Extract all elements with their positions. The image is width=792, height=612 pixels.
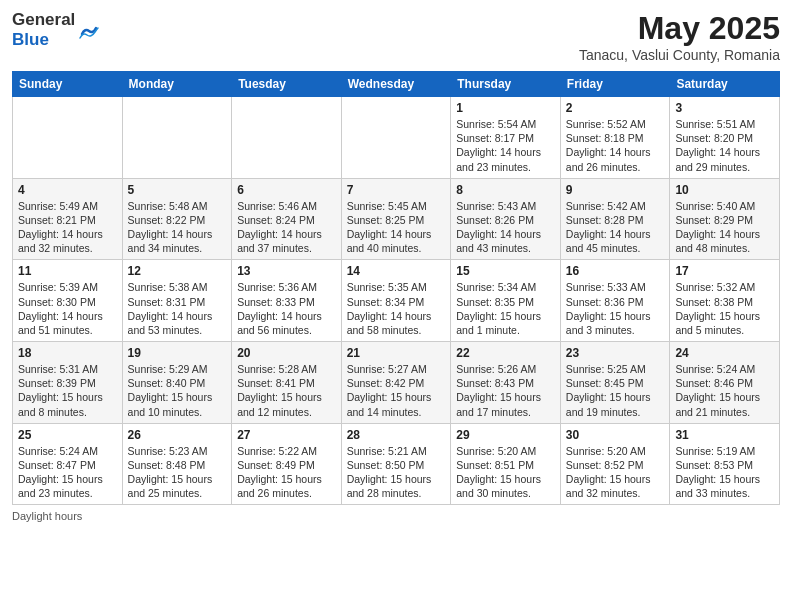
- calendar-week-row: 18Sunrise: 5:31 AMSunset: 8:39 PMDayligh…: [13, 342, 780, 424]
- calendar-cell: 10Sunrise: 5:40 AMSunset: 8:29 PMDayligh…: [670, 178, 780, 260]
- day-number: 31: [675, 428, 774, 442]
- day-number: 23: [566, 346, 665, 360]
- calendar-header-tuesday: Tuesday: [232, 72, 342, 97]
- day-number: 21: [347, 346, 446, 360]
- day-info: Sunrise: 5:25 AMSunset: 8:45 PMDaylight:…: [566, 362, 665, 419]
- day-number: 5: [128, 183, 227, 197]
- calendar-cell: [232, 97, 342, 179]
- calendar-cell: 14Sunrise: 5:35 AMSunset: 8:34 PMDayligh…: [341, 260, 451, 342]
- calendar-header-sunday: Sunday: [13, 72, 123, 97]
- calendar-cell: 26Sunrise: 5:23 AMSunset: 8:48 PMDayligh…: [122, 423, 232, 505]
- day-info: Sunrise: 5:24 AMSunset: 8:46 PMDaylight:…: [675, 362, 774, 419]
- calendar-header-row: SundayMondayTuesdayWednesdayThursdayFrid…: [13, 72, 780, 97]
- day-info: Sunrise: 5:28 AMSunset: 8:41 PMDaylight:…: [237, 362, 336, 419]
- day-info: Sunrise: 5:49 AMSunset: 8:21 PMDaylight:…: [18, 199, 117, 256]
- day-info: Sunrise: 5:22 AMSunset: 8:49 PMDaylight:…: [237, 444, 336, 501]
- calendar-cell: 20Sunrise: 5:28 AMSunset: 8:41 PMDayligh…: [232, 342, 342, 424]
- day-number: 8: [456, 183, 555, 197]
- day-info: Sunrise: 5:29 AMSunset: 8:40 PMDaylight:…: [128, 362, 227, 419]
- day-number: 24: [675, 346, 774, 360]
- calendar-cell: 25Sunrise: 5:24 AMSunset: 8:47 PMDayligh…: [13, 423, 123, 505]
- calendar-cell: 4Sunrise: 5:49 AMSunset: 8:21 PMDaylight…: [13, 178, 123, 260]
- calendar-cell: 7Sunrise: 5:45 AMSunset: 8:25 PMDaylight…: [341, 178, 451, 260]
- day-number: 14: [347, 264, 446, 278]
- calendar-cell: 5Sunrise: 5:48 AMSunset: 8:22 PMDaylight…: [122, 178, 232, 260]
- calendar-week-row: 11Sunrise: 5:39 AMSunset: 8:30 PMDayligh…: [13, 260, 780, 342]
- calendar-cell: 13Sunrise: 5:36 AMSunset: 8:33 PMDayligh…: [232, 260, 342, 342]
- header: General Blue May 2025 Tanacu, Vaslui Cou…: [12, 10, 780, 63]
- day-info: Sunrise: 5:33 AMSunset: 8:36 PMDaylight:…: [566, 280, 665, 337]
- calendar-cell: 27Sunrise: 5:22 AMSunset: 8:49 PMDayligh…: [232, 423, 342, 505]
- calendar-week-row: 1Sunrise: 5:54 AMSunset: 8:17 PMDaylight…: [13, 97, 780, 179]
- calendar-cell: 16Sunrise: 5:33 AMSunset: 8:36 PMDayligh…: [560, 260, 670, 342]
- calendar-header-saturday: Saturday: [670, 72, 780, 97]
- day-number: 11: [18, 264, 117, 278]
- day-number: 15: [456, 264, 555, 278]
- day-number: 7: [347, 183, 446, 197]
- daylight-label: Daylight hours: [12, 510, 82, 522]
- calendar-cell: 9Sunrise: 5:42 AMSunset: 8:28 PMDaylight…: [560, 178, 670, 260]
- month-title: May 2025: [579, 10, 780, 47]
- logo-blue-text: Blue: [12, 30, 75, 50]
- day-info: Sunrise: 5:48 AMSunset: 8:22 PMDaylight:…: [128, 199, 227, 256]
- calendar-cell: 31Sunrise: 5:19 AMSunset: 8:53 PMDayligh…: [670, 423, 780, 505]
- calendar-table: SundayMondayTuesdayWednesdayThursdayFrid…: [12, 71, 780, 505]
- day-number: 30: [566, 428, 665, 442]
- day-number: 12: [128, 264, 227, 278]
- day-number: 20: [237, 346, 336, 360]
- day-info: Sunrise: 5:54 AMSunset: 8:17 PMDaylight:…: [456, 117, 555, 174]
- day-number: 13: [237, 264, 336, 278]
- day-info: Sunrise: 5:45 AMSunset: 8:25 PMDaylight:…: [347, 199, 446, 256]
- calendar-cell: [13, 97, 123, 179]
- calendar-header-friday: Friday: [560, 72, 670, 97]
- day-info: Sunrise: 5:35 AMSunset: 8:34 PMDaylight:…: [347, 280, 446, 337]
- calendar-cell: 2Sunrise: 5:52 AMSunset: 8:18 PMDaylight…: [560, 97, 670, 179]
- calendar-cell: 23Sunrise: 5:25 AMSunset: 8:45 PMDayligh…: [560, 342, 670, 424]
- calendar-cell: 11Sunrise: 5:39 AMSunset: 8:30 PMDayligh…: [13, 260, 123, 342]
- day-number: 9: [566, 183, 665, 197]
- day-number: 29: [456, 428, 555, 442]
- calendar-week-row: 4Sunrise: 5:49 AMSunset: 8:21 PMDaylight…: [13, 178, 780, 260]
- day-info: Sunrise: 5:19 AMSunset: 8:53 PMDaylight:…: [675, 444, 774, 501]
- day-info: Sunrise: 5:40 AMSunset: 8:29 PMDaylight:…: [675, 199, 774, 256]
- footer-note: Daylight hours: [12, 510, 780, 522]
- day-info: Sunrise: 5:23 AMSunset: 8:48 PMDaylight:…: [128, 444, 227, 501]
- day-number: 18: [18, 346, 117, 360]
- calendar-cell: 21Sunrise: 5:27 AMSunset: 8:42 PMDayligh…: [341, 342, 451, 424]
- calendar-cell: 30Sunrise: 5:20 AMSunset: 8:52 PMDayligh…: [560, 423, 670, 505]
- calendar-cell: [341, 97, 451, 179]
- day-number: 26: [128, 428, 227, 442]
- calendar-cell: 28Sunrise: 5:21 AMSunset: 8:50 PMDayligh…: [341, 423, 451, 505]
- day-number: 25: [18, 428, 117, 442]
- day-info: Sunrise: 5:32 AMSunset: 8:38 PMDaylight:…: [675, 280, 774, 337]
- calendar-cell: 22Sunrise: 5:26 AMSunset: 8:43 PMDayligh…: [451, 342, 561, 424]
- day-number: 6: [237, 183, 336, 197]
- calendar-week-row: 25Sunrise: 5:24 AMSunset: 8:47 PMDayligh…: [13, 423, 780, 505]
- day-number: 16: [566, 264, 665, 278]
- day-info: Sunrise: 5:51 AMSunset: 8:20 PMDaylight:…: [675, 117, 774, 174]
- day-number: 3: [675, 101, 774, 115]
- calendar-cell: 8Sunrise: 5:43 AMSunset: 8:26 PMDaylight…: [451, 178, 561, 260]
- calendar-cell: 3Sunrise: 5:51 AMSunset: 8:20 PMDaylight…: [670, 97, 780, 179]
- calendar-header-wednesday: Wednesday: [341, 72, 451, 97]
- day-info: Sunrise: 5:20 AMSunset: 8:51 PMDaylight:…: [456, 444, 555, 501]
- calendar-header-thursday: Thursday: [451, 72, 561, 97]
- calendar-cell: 24Sunrise: 5:24 AMSunset: 8:46 PMDayligh…: [670, 342, 780, 424]
- day-info: Sunrise: 5:34 AMSunset: 8:35 PMDaylight:…: [456, 280, 555, 337]
- day-info: Sunrise: 5:27 AMSunset: 8:42 PMDaylight:…: [347, 362, 446, 419]
- day-info: Sunrise: 5:26 AMSunset: 8:43 PMDaylight:…: [456, 362, 555, 419]
- calendar-cell: 1Sunrise: 5:54 AMSunset: 8:17 PMDaylight…: [451, 97, 561, 179]
- day-info: Sunrise: 5:43 AMSunset: 8:26 PMDaylight:…: [456, 199, 555, 256]
- day-info: Sunrise: 5:24 AMSunset: 8:47 PMDaylight:…: [18, 444, 117, 501]
- calendar-cell: 17Sunrise: 5:32 AMSunset: 8:38 PMDayligh…: [670, 260, 780, 342]
- calendar-cell: 6Sunrise: 5:46 AMSunset: 8:24 PMDaylight…: [232, 178, 342, 260]
- day-info: Sunrise: 5:31 AMSunset: 8:39 PMDaylight:…: [18, 362, 117, 419]
- calendar-cell: 15Sunrise: 5:34 AMSunset: 8:35 PMDayligh…: [451, 260, 561, 342]
- day-number: 10: [675, 183, 774, 197]
- calendar-header-monday: Monday: [122, 72, 232, 97]
- day-info: Sunrise: 5:42 AMSunset: 8:28 PMDaylight:…: [566, 199, 665, 256]
- day-number: 28: [347, 428, 446, 442]
- day-info: Sunrise: 5:21 AMSunset: 8:50 PMDaylight:…: [347, 444, 446, 501]
- location: Tanacu, Vaslui County, Romania: [579, 47, 780, 63]
- calendar-cell: [122, 97, 232, 179]
